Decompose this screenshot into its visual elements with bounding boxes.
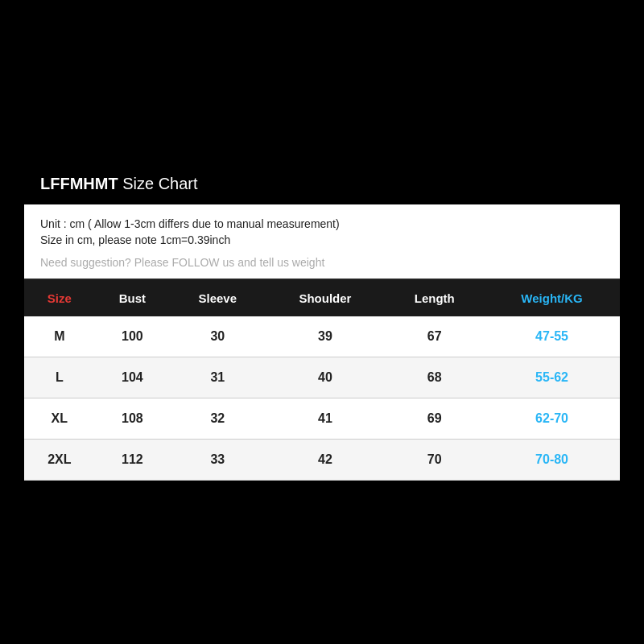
info-line-2: Size in cm, please note 1cm=0.39inch — [40, 233, 604, 246]
table-row: M10030396747-55 — [24, 316, 620, 357]
size-table: Size Bust Sleeve Shoulder Length Weight/… — [24, 280, 620, 481]
brand-name: LFFMHMT — [40, 175, 118, 192]
cell-length: 70 — [385, 440, 484, 481]
info-suggestion: Need suggestion? Please FOLLOW us and te… — [40, 256, 604, 269]
table-row: L10431406855-62 — [24, 357, 620, 398]
cell-shoulder: 41 — [265, 398, 385, 440]
header-row: Size Bust Sleeve Shoulder Length Weight/… — [24, 280, 620, 316]
size-chart-card: LFFMHMT Size Chart Unit : cm ( Allow 1-3… — [24, 163, 620, 481]
table-body: M10030396747-55L10431406855-62XL10832416… — [24, 316, 620, 481]
cell-length: 67 — [385, 316, 484, 357]
info-section: Unit : cm ( Allow 1-3cm differs due to m… — [24, 204, 620, 280]
col-size: Size — [24, 280, 95, 316]
cell-bust: 112 — [95, 440, 170, 481]
col-weight: Weight/KG — [484, 280, 620, 316]
col-shoulder: Shoulder — [265, 280, 385, 316]
chart-header: LFFMHMT Size Chart — [24, 163, 620, 204]
cell-weight: 62-70 — [484, 398, 620, 440]
cell-sleeve: 31 — [170, 357, 265, 398]
chart-title: LFFMHMT Size Chart — [40, 175, 198, 192]
cell-shoulder: 39 — [265, 316, 385, 357]
cell-weight: 47-55 — [484, 316, 620, 357]
col-length: Length — [385, 280, 484, 316]
table-row: XL10832416962-70 — [24, 398, 620, 440]
cell-size: XL — [24, 398, 95, 440]
cell-size: M — [24, 316, 95, 357]
cell-sleeve: 32 — [170, 398, 265, 440]
cell-weight: 55-62 — [484, 357, 620, 398]
cell-weight: 70-80 — [484, 440, 620, 481]
cell-bust: 108 — [95, 398, 170, 440]
cell-shoulder: 40 — [265, 357, 385, 398]
cell-size: L — [24, 357, 95, 398]
cell-sleeve: 30 — [170, 316, 265, 357]
info-line-1: Unit : cm ( Allow 1-3cm differs due to m… — [40, 217, 604, 230]
cell-bust: 104 — [95, 357, 170, 398]
cell-length: 68 — [385, 357, 484, 398]
table-header: Size Bust Sleeve Shoulder Length Weight/… — [24, 280, 620, 316]
chart-label: Size Chart — [118, 175, 198, 192]
col-bust: Bust — [95, 280, 170, 316]
cell-sleeve: 33 — [170, 440, 265, 481]
cell-length: 69 — [385, 398, 484, 440]
col-sleeve: Sleeve — [170, 280, 265, 316]
cell-bust: 100 — [95, 316, 170, 357]
cell-size: 2XL — [24, 440, 95, 481]
table-row: 2XL11233427070-80 — [24, 440, 620, 481]
cell-shoulder: 42 — [265, 440, 385, 481]
